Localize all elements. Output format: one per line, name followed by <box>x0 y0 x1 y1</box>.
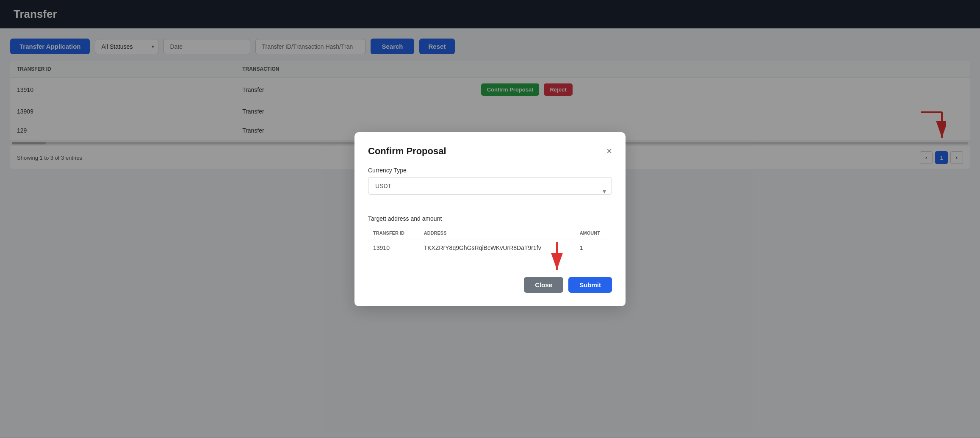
currency-type-label: Currency Type <box>368 167 612 174</box>
inner-col-address: ADDRESS <box>419 227 575 239</box>
inner-table-row: 13910 TKXZRrY8q9GhGsRqiBcWKvUrR8DaT9r1fv… <box>368 239 612 256</box>
currency-select-wrapper: USDT ▾ <box>368 177 612 205</box>
modal-header: Confirm Proposal × <box>368 146 612 157</box>
inner-cell-amount: 1 <box>575 239 612 256</box>
confirm-proposal-modal: Confirm Proposal × Currency Type USDT ▾ … <box>354 132 626 306</box>
submit-button[interactable]: Submit <box>568 277 612 293</box>
inner-table: TRANSFER ID ADDRESS AMOUNT 13910 TKXZRrY… <box>368 227 612 256</box>
inner-cell-address: TKXZRrY8q9GhGsRqiBcWKvUrR8DaT9r1fv <box>419 239 575 256</box>
modal-overlay: Confirm Proposal × Currency Type USDT ▾ … <box>0 0 980 437</box>
inner-col-transfer-id: TRANSFER ID <box>368 227 419 239</box>
modal-title: Confirm Proposal <box>368 146 446 157</box>
currency-type-select[interactable]: USDT <box>368 177 612 195</box>
inner-col-amount: AMOUNT <box>575 227 612 239</box>
target-address-section-title: Targett address and amount <box>368 215 612 222</box>
modal-footer: Close Submit <box>368 270 612 293</box>
inner-cell-id: 13910 <box>368 239 419 256</box>
modal-close-button[interactable]: × <box>606 147 612 156</box>
close-modal-button[interactable]: Close <box>524 277 563 293</box>
